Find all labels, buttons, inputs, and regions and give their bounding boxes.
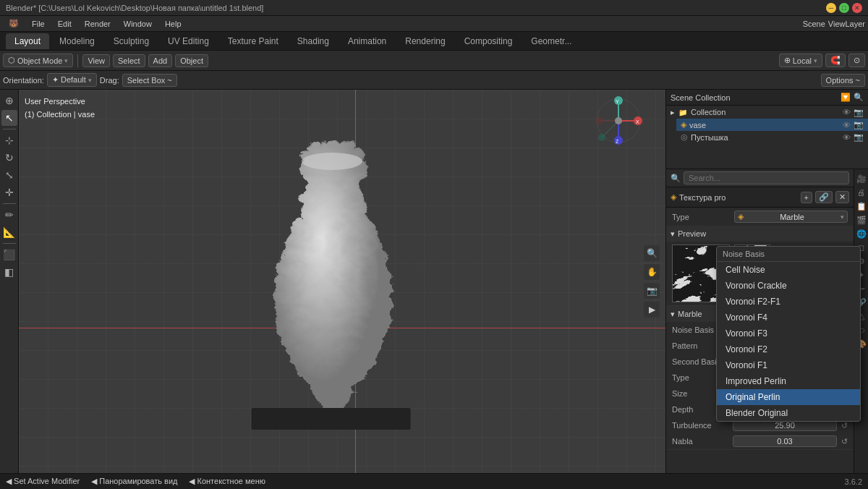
transform-tool[interactable]: ✛ [1, 184, 17, 200]
camera-view-button[interactable]: 📷 [644, 283, 660, 299]
menu-edit[interactable]: Edit [52, 18, 77, 30]
add-object-tool[interactable]: ◧ [1, 264, 17, 280]
window-controls[interactable]: ─ □ ✕ [826, 3, 862, 13]
svg-point-14 [615, 117, 622, 124]
tab-compositing[interactable]: Compositing [456, 33, 522, 49]
measure-tool[interactable]: 📐 [1, 224, 17, 240]
select-menu[interactable]: Select [113, 54, 145, 67]
menu-help[interactable]: Help [159, 18, 187, 30]
select-box-btn[interactable]: Select Box ~ [122, 74, 177, 87]
rotate-tool[interactable]: ↻ [1, 150, 17, 166]
options-btn[interactable]: Options ~ [821, 74, 865, 87]
toolbar-separator [3, 129, 16, 129]
nav-gizmo[interactable]: Y X Z [593, 95, 644, 146]
tab-shading[interactable]: Shading [289, 33, 338, 49]
mode-selector[interactable]: ⬡ Object Mode ▾ [3, 54, 73, 67]
snap-button[interactable]: 🧲 [825, 54, 846, 67]
menu-file[interactable]: File [26, 18, 51, 30]
pustishka-item[interactable]: ◎ Пустышка 👁 📷 [676, 131, 868, 143]
maximize-button[interactable]: □ [839, 3, 849, 13]
close-texture-btn[interactable]: ✕ [835, 191, 849, 203]
dropdown-voronoi-f4[interactable]: Voronoi F4 [717, 310, 860, 326]
orientation-selector[interactable]: ⊕ Local ▾ [779, 54, 822, 67]
menu-blender[interactable]: 🐻 [3, 17, 25, 30]
search-input[interactable] [684, 171, 849, 184]
vase-render-icon[interactable]: 📷 [854, 120, 864, 129]
default-btn[interactable]: ✦ Default ▾ [47, 73, 97, 87]
status-item-3: ◀ Контекстное меню [189, 477, 265, 486]
preview-label: Preview [678, 229, 706, 238]
tab-uv-editing[interactable]: UV Editing [159, 33, 218, 49]
turbulence-reset-icon[interactable]: ↺ [841, 421, 848, 430]
new-texture-btn[interactable]: + [801, 192, 812, 203]
dropdown-header: Noise Basis [717, 247, 860, 262]
preview-header[interactable]: ▾ Preview [666, 226, 854, 242]
outliner-filter-icon[interactable]: 🔽 [841, 93, 851, 102]
dropdown-voronoi-f3[interactable]: Voronoi F3 [717, 326, 860, 341]
render-props-icon[interactable]: 🎥 [855, 172, 868, 185]
vase-vis-icon[interactable]: 👁 [843, 121, 851, 129]
object-menu[interactable]: Object [175, 54, 208, 67]
minimize-button[interactable]: ─ [826, 3, 836, 13]
world-props-icon[interactable]: 🌐 [855, 227, 868, 240]
add-menu[interactable]: Add [148, 54, 173, 67]
texture-name: Текстура pro [679, 193, 726, 202]
pustishka-vis-icon[interactable]: 👁 [843, 133, 851, 142]
status-item-1: ◀ Set Active Modifier [6, 477, 80, 486]
view-layer-props-icon[interactable]: 📋 [855, 200, 868, 213]
tab-sculpting[interactable]: Sculpting [105, 33, 158, 49]
proportional-edit[interactable]: ⊙ [848, 54, 865, 67]
tab-modeling[interactable]: Modeling [51, 33, 103, 49]
vase-item[interactable]: ◈ vase 👁 📷 [676, 119, 868, 131]
scene-props-icon[interactable]: 🎬 [855, 213, 868, 226]
dropdown-voronoi-crackle[interactable]: Voronoi Crackle [717, 278, 860, 294]
tab-geometry[interactable]: Geometr... [522, 33, 580, 49]
dropdown-voronoi-f2f1[interactable]: Voronoi F2-F1 [717, 294, 860, 310]
scale-tool[interactable]: ⤡ [1, 167, 17, 183]
dropdown-improved-perlin[interactable]: Improved Perlin [717, 373, 860, 389]
view-menu[interactable]: View [82, 54, 110, 67]
move-tool[interactable]: ⊹ [1, 132, 17, 148]
toolbar-separator3 [3, 243, 16, 244]
dropdown-original-perlin[interactable]: Original Perlin [717, 389, 860, 405]
menu-window[interactable]: Window [118, 18, 158, 30]
tab-texture-paint[interactable]: Texture Paint [219, 33, 287, 49]
nabla-value[interactable]: 0.03 [733, 435, 837, 447]
outliner-search-icon[interactable]: 🔍 [854, 93, 864, 102]
dropdown-blender-original[interactable]: Blender Original [717, 405, 860, 421]
dropdown-voronoi-f2[interactable]: Voronoi F2 [717, 341, 860, 357]
marble-label: Marble [678, 310, 702, 318]
tab-rendering[interactable]: Rendering [396, 33, 454, 49]
marble-chevron-icon: ▾ [671, 310, 675, 319]
noise-basis-dropdown[interactable]: Noise Basis Cell Noise Voronoi Crackle V… [716, 246, 861, 422]
output-props-icon[interactable]: 🖨 [855, 186, 868, 199]
hand-button[interactable]: ✋ [644, 264, 660, 280]
annotate-tool[interactable]: ✏ [1, 207, 17, 223]
type-value[interactable]: ◈ Marble ▾ [734, 211, 848, 223]
close-button[interactable]: ✕ [852, 3, 862, 13]
main-area: ⊕ ↖ ⊹ ↻ ⤡ ✛ ✏ 📐 ⬛ ◧ User Perspective (1)… [0, 90, 868, 473]
add-cube-tool[interactable]: ⬛ [1, 247, 17, 263]
render-vis-icon[interactable]: 📷 [854, 108, 864, 117]
dropdown-voronoi-f1[interactable]: Voronoi F1 [717, 357, 860, 373]
menu-render[interactable]: Render [79, 18, 116, 30]
drag-label: Drag: [100, 76, 119, 85]
collection-label: (1) Collection | vase [25, 109, 95, 122]
cursor-tool[interactable]: ⊕ [1, 93, 17, 109]
collection-item[interactable]: ▸ 📁 Collection 👁 📷 [666, 106, 868, 119]
nabla-reset-icon[interactable]: ↺ [841, 437, 848, 446]
pustishka-icon: ◎ [681, 132, 688, 142]
viewport-controls: 🔍 ✋ 📷 ▶ [644, 245, 660, 318]
zoom-in-button[interactable]: 🔍 [644, 245, 660, 261]
pustishka-render-icon[interactable]: 📷 [854, 132, 864, 142]
dropdown-cell-noise[interactable]: Cell Noise [717, 262, 860, 278]
toolbar-separator [77, 54, 78, 67]
select-tool[interactable]: ↖ [1, 110, 17, 126]
link-texture-btn[interactable]: 🔗 [815, 191, 833, 203]
visibility-icon[interactable]: 👁 [843, 108, 851, 116]
render-button[interactable]: ▶ [644, 302, 660, 318]
right-panel: Scene Collection 🔽 🔍 ▸ 📁 Collection 👁 📷 … [665, 90, 868, 473]
tab-layout[interactable]: Layout [6, 33, 49, 49]
viewport[interactable]: User Perspective (1) Collection | vase Y… [19, 90, 665, 473]
tab-animation[interactable]: Animation [339, 33, 395, 49]
